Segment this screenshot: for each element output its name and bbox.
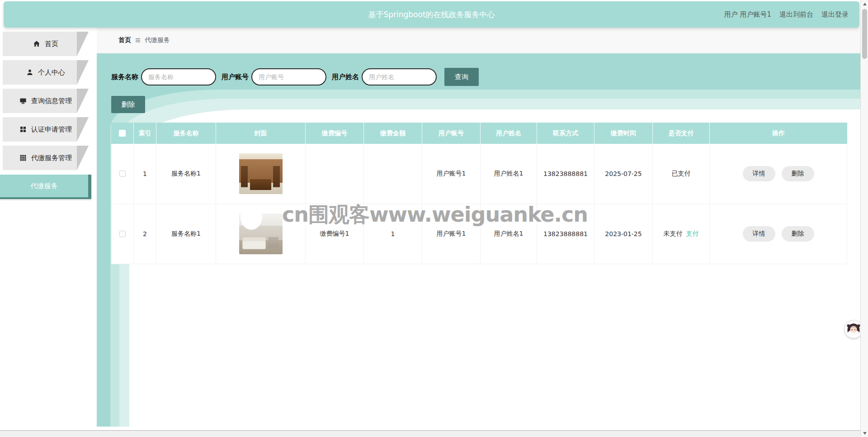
search-field-label: 用户姓名 (332, 73, 359, 81)
search-field-group: 用户姓名 (332, 68, 437, 86)
search-form: 服务名称用户账号用户姓名 (111, 68, 442, 86)
app-title: 基于Springboot的在线政务服务中心 (368, 10, 495, 20)
row-select-cell (111, 204, 134, 264)
select-all-checkbox[interactable] (119, 130, 126, 137)
cell-actions: 详情删除 (710, 204, 847, 264)
select-all-cell (111, 123, 134, 144)
row-detail-button[interactable]: 详情 (743, 166, 775, 181)
pay-status-text: 已支付 (672, 170, 691, 178)
home-icon (33, 40, 40, 48)
column-header: 操作 (710, 123, 847, 144)
sidebar-menu: 首页个人中心查询信息管理认证申请管理代缴服务管理 (3, 32, 89, 170)
cell-pay-time: 2025-07-25 (594, 144, 653, 204)
sidebar-item-2[interactable]: 个人中心 (3, 60, 89, 85)
sidebar-item-3[interactable]: 查询信息管理 (3, 89, 89, 113)
cell-actions: 详情删除 (710, 144, 847, 204)
service-avatar[interactable] (844, 320, 863, 338)
cell-pay-amount (364, 144, 422, 204)
column-header: 缴费金额 (364, 123, 422, 144)
sidebar-item-1[interactable]: 首页 (3, 32, 89, 56)
arrow-down-icon (863, 432, 867, 435)
search-field-group: 用户账号 (222, 68, 326, 86)
cell-account: 用户账号1 (422, 144, 481, 204)
row-detail-button[interactable]: 详情 (743, 226, 775, 242)
sidebar-item-label: 查询信息管理 (31, 97, 72, 105)
cover-image (239, 214, 283, 254)
cell-username: 用户姓名1 (481, 144, 537, 204)
cell-pay-status: 未支付支付 (653, 204, 710, 264)
cell-service-name: 服务名称1 (156, 144, 216, 204)
row-delete-button[interactable]: 删除 (782, 226, 814, 242)
header-user-area: 用户 用户账号1 退出到前台 退出登录 (724, 1, 849, 28)
column-header: 缴费编号 (306, 123, 364, 144)
scroll-up-button[interactable] (861, 0, 868, 8)
cell-pay-status: 已支付 (653, 144, 710, 204)
cell-pay-no (306, 144, 364, 204)
column-header: 是否支付 (653, 123, 710, 144)
scrollbar-thumb[interactable] (862, 9, 867, 59)
cell-service-name: 服务名称1 (156, 204, 216, 264)
page-bottom-edge (0, 430, 860, 437)
row-checkbox[interactable] (119, 171, 126, 177)
sidebar-item-label: 认证申请管理 (31, 125, 72, 134)
breadcrumb-home[interactable]: 首页 (118, 36, 131, 44)
grid-icon (19, 126, 27, 133)
data-table: 索引服务名称封面缴费编号缴费金额用户账号用户姓名联系方式缴费时间是否支付操作 1… (111, 123, 847, 264)
vertical-scrollbar[interactable] (860, 0, 868, 437)
sidebar-item-5[interactable]: 代缴服务管理 (3, 146, 89, 170)
table-header-row: 索引服务名称封面缴费编号缴费金额用户账号用户姓名联系方式缴费时间是否支付操作 (111, 123, 847, 144)
user-icon (26, 69, 33, 76)
column-header: 封面 (216, 123, 306, 144)
search-input-1[interactable] (141, 68, 216, 86)
row-select-cell (111, 144, 134, 204)
sidebar-item-label: 个人中心 (38, 68, 65, 77)
monitor-icon (19, 97, 27, 104)
header-user-link[interactable]: 用户 用户账号1 (724, 10, 771, 19)
breadcrumb: 首页 代缴服务 (118, 28, 170, 53)
cover-image (239, 153, 283, 194)
cell-cover (216, 144, 306, 204)
pay-status-text: 未支付 (664, 230, 683, 238)
search-field-label: 服务名称 (111, 73, 138, 81)
grid-dense-icon (19, 154, 27, 162)
sidebar-item-label: 代缴服务管理 (31, 154, 72, 162)
logout-link[interactable]: 退出登录 (821, 10, 849, 19)
column-header: 用户账号 (422, 123, 481, 144)
search-field-label: 用户账号 (222, 73, 249, 81)
page: 基于Springboot的在线政务服务中心 用户 用户账号1 退出到前台 退出登… (0, 0, 868, 437)
table-row-1: 1服务名称1用户账号1用户姓名1138238888812025-07-25已支付… (111, 144, 847, 204)
column-header: 联系方式 (537, 123, 594, 144)
exit-frontend-link[interactable]: 退出到前台 (779, 10, 813, 19)
row-checkbox[interactable] (119, 231, 126, 237)
column-header: 缴费时间 (594, 123, 653, 144)
bulk-delete-button[interactable]: 删除 (111, 96, 145, 113)
breadcrumb-separator-icon (135, 38, 141, 43)
column-header: 索引 (134, 123, 156, 144)
sidebar-item-label: 首页 (45, 40, 58, 48)
sidebar-item-active[interactable]: 代缴服务 (0, 175, 91, 199)
query-button[interactable]: 查询 (444, 68, 479, 86)
avatar-girl-icon (844, 320, 863, 338)
watermark: cn围观客www.weiguanke.cn (282, 201, 588, 229)
app-header: 基于Springboot的在线政务服务中心 用户 用户账号1 退出到前台 退出登… (4, 1, 859, 28)
sidebar-item-4[interactable]: 认证申请管理 (3, 117, 89, 142)
column-header: 用户姓名 (481, 123, 537, 144)
cell-index: 1 (134, 144, 156, 204)
cell-pay-time: 2023-01-25 (594, 204, 653, 264)
sidebar: 首页个人中心查询信息管理认证申请管理代缴服务管理 代缴服务 (0, 28, 97, 432)
column-header: 服务名称 (156, 123, 216, 144)
pay-link[interactable]: 支付 (686, 230, 699, 238)
arrow-up-icon (863, 3, 867, 5)
scroll-down-button[interactable] (861, 429, 868, 437)
search-field-group: 服务名称 (111, 68, 216, 86)
breadcrumb-bar: 首页 代缴服务 (97, 28, 860, 53)
search-input-3[interactable] (362, 68, 437, 86)
row-delete-button[interactable]: 删除 (782, 166, 814, 181)
cell-phone: 13823888881 (537, 144, 594, 204)
search-input-2[interactable] (251, 68, 326, 86)
breadcrumb-current: 代缴服务 (145, 36, 170, 44)
cell-index: 2 (134, 204, 156, 264)
